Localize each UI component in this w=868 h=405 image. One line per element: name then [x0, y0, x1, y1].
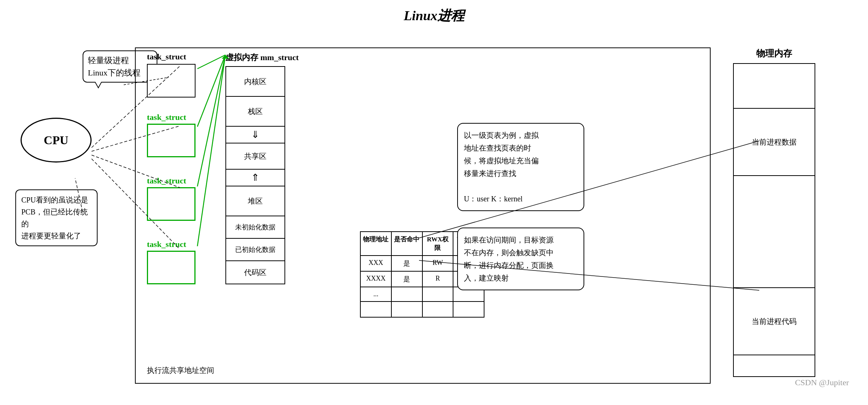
vmem-kernel: 内核区 — [226, 67, 284, 97]
pt-empty-2 — [423, 302, 454, 317]
cpu-ellipse: CPU — [21, 118, 92, 163]
shared-addr-label: 执行流共享地址空间 — [147, 365, 214, 375]
vmem-uninit: 未初始化数据 — [226, 216, 284, 239]
vmem-code: 代码区 — [226, 261, 284, 284]
task-struct-green-box2 — [147, 187, 196, 221]
pt-r3c1 — [392, 287, 423, 301]
page-table-row-empty — [360, 302, 484, 318]
phys-mem-current-data: 当前进程数据 — [734, 109, 815, 176]
pt-r2c1: 是 — [392, 272, 423, 287]
watermark: CSDN @Jupiter — [795, 378, 849, 387]
pt-empty-1 — [392, 302, 423, 317]
pt-empty-3 — [453, 302, 484, 317]
vmem-arrow-down: ⇓ — [226, 127, 284, 143]
pt-r1c0: XXX — [361, 256, 392, 271]
task-struct-green-box1 — [147, 124, 196, 157]
vmem-stack: 栈区 — [226, 97, 284, 127]
cpu-label: CPU — [44, 133, 68, 147]
vmem-heap: 堆区 — [226, 186, 284, 216]
page-title: Linux进程 — [0, 7, 868, 25]
vmem-column: 虚拟内存 mm_struct 内核区 栈区 ⇓ 共享区 ⇑ 堆区 未初始化数据 — [225, 52, 299, 284]
pt-header-1: 是否命中 — [392, 232, 423, 255]
info-box-2: 如果在访问期间，目标资源 不在内存，则会触发缺页中 断，进行内存分配，页面换 入… — [457, 228, 584, 290]
vmem-title: 虚拟内存 mm_struct — [225, 52, 299, 63]
phys-mem-bottom-empty — [734, 355, 815, 377]
cpu-note-line1: CPU看到的虽说还是 — [21, 194, 92, 206]
cpu-note-line3: 进程要更轻量化了 — [21, 230, 92, 242]
phys-mem-area: 物理内存 当前进程数据 当前进程代码 — [718, 47, 830, 377]
task-struct-box-top — [147, 64, 196, 98]
cpu-note: CPU看到的虽说还是 PCB，但已经比传统的 进程要更轻量化了 — [15, 189, 98, 246]
task-struct-green-label3: task_struct — [147, 239, 207, 249]
green-lines-svg — [136, 48, 710, 383]
pt-r3c0: ... — [361, 287, 392, 301]
info-box-1-text: 以一级页表为例，虚拟 地址在查找页表的时 候，将虚拟地址充当偏 移量来进行查找 … — [464, 129, 578, 205]
info-box-1: 以一级页表为例，虚拟 地址在查找页表的时 候，将虚拟地址充当偏 移量来进行查找 … — [457, 123, 584, 211]
phys-mem-middle-empty — [734, 176, 815, 288]
phys-mem-title: 物理内存 — [718, 47, 830, 59]
main-diagram-area: task_struct task_struct task_struct task… — [135, 47, 711, 384]
task-struct-green-label1: task_struct — [147, 112, 207, 122]
task-struct-green-label2: task_struct — [147, 176, 207, 186]
task-struct-column: task_struct task_struct task_struct task… — [147, 52, 207, 284]
info-box-2-text: 如果在访问期间，目标资源 不在内存，则会触发缺页中 断，进行内存分配，页面换 入… — [464, 234, 578, 284]
vmem-init: 已初始化数据 — [226, 239, 284, 261]
vmem-box: 内核区 栈区 ⇓ 共享区 ⇑ 堆区 未初始化数据 已初始化数据 — [225, 66, 285, 284]
task-struct-green-box3 — [147, 251, 196, 284]
cpu-note-line2: PCB，但已经比传统的 — [21, 206, 92, 230]
pt-r1c1: 是 — [392, 256, 423, 271]
pt-header-0: 物理地址 — [361, 232, 392, 255]
pt-r1c2: RW — [423, 256, 454, 271]
vmem-arrow-up: ⇑ — [226, 170, 284, 186]
vmem-shared: 共享区 — [226, 143, 284, 170]
phys-mem-current-code: 当前进程代码 — [734, 288, 815, 355]
pt-empty-0 — [361, 302, 392, 317]
pt-r2c2: R — [423, 272, 454, 287]
phys-mem-box: 当前进程数据 当前进程代码 — [733, 63, 815, 377]
pt-r3c2 — [423, 287, 454, 301]
pt-r2c0: XXXX — [361, 272, 392, 287]
phys-mem-empty-top — [734, 64, 815, 109]
pt-header-2: RWX权限 — [423, 232, 454, 255]
task-struct-label-top: task_struct — [147, 52, 207, 62]
